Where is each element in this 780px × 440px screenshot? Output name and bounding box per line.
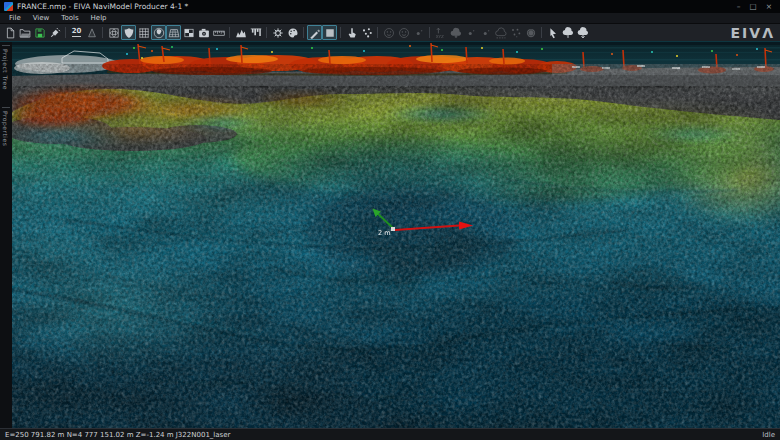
flat-shading-icon — [324, 27, 336, 39]
properties-tab[interactable]: Properties — [2, 107, 10, 149]
toolbar-separator — [340, 27, 341, 38]
new-model-button[interactable] — [2, 25, 17, 40]
surface-model-button[interactable] — [166, 25, 181, 40]
point-blob-icon — [525, 27, 537, 39]
accept-points-button[interactable] — [381, 25, 396, 40]
cloud-select-icon — [495, 27, 507, 39]
app-state-label: Idle — [762, 431, 775, 439]
export-xyz-button[interactable] — [433, 25, 448, 40]
pick-tool-icon — [346, 27, 358, 39]
edit-surface-button[interactable] — [307, 25, 322, 40]
point-cluster-button[interactable] — [508, 25, 523, 40]
toolbar-separator — [303, 27, 304, 38]
menu-file[interactable]: File — [3, 13, 27, 23]
view-3d-button[interactable] — [106, 25, 121, 40]
tin-toggle-icon — [183, 27, 195, 39]
scale-2d-icon: 20 — [72, 28, 82, 37]
toolbar: 20EIVΛ — [0, 24, 780, 41]
restore-button[interactable]: □ — [750, 3, 757, 11]
menu-help[interactable]: Help — [85, 13, 113, 23]
surface-model-icon — [168, 27, 180, 39]
grid-display-icon — [138, 27, 150, 39]
menu-tools[interactable]: Tools — [55, 13, 84, 23]
open-model-button[interactable] — [17, 25, 32, 40]
point-cluster-icon — [510, 27, 522, 39]
process-cloud-button[interactable] — [448, 25, 463, 40]
view-3d-icon — [108, 27, 120, 39]
pointer-tool-icon — [547, 27, 559, 39]
north-marker-button[interactable] — [84, 25, 99, 40]
flat-shading-button[interactable] — [322, 25, 337, 40]
reject-points-button[interactable] — [396, 25, 411, 40]
edit-surface-icon — [309, 27, 321, 39]
point-tool-c-icon — [480, 27, 492, 39]
histogram-view-icon — [250, 27, 262, 39]
snapshot-icon — [198, 27, 210, 39]
world-overview-icon — [153, 27, 165, 39]
cloud-download-button[interactable] — [575, 25, 590, 40]
accept-points-icon — [383, 27, 395, 39]
smooth-shading-icon — [123, 27, 135, 39]
toolbar-separator — [377, 27, 378, 38]
scale-2d-button[interactable]: 20 — [69, 25, 84, 40]
application-window: FRANCE.nmp - EIVA NaviModel Producer 4-1… — [0, 0, 780, 440]
histogram-view-button[interactable] — [248, 25, 263, 40]
coordinate-readout: E=250 791.82 m N=4 777 151.02 m Z=-1.24 … — [5, 431, 230, 439]
settings-button[interactable] — [270, 25, 285, 40]
open-model-icon — [19, 27, 31, 39]
bathymetry-terrain — [12, 64, 780, 428]
online-connect-icon — [49, 27, 61, 39]
point-tool-a-icon — [413, 27, 425, 39]
toolbar-separator — [229, 27, 230, 38]
cloud-upload-button[interactable] — [560, 25, 575, 40]
window-title: FRANCE.nmp - EIVA NaviModel Producer 4-1… — [17, 2, 737, 11]
pointer-tool-button[interactable] — [545, 25, 560, 40]
toolbar-separator — [266, 27, 267, 38]
smooth-shading-button[interactable] — [121, 25, 136, 40]
toolbar-separator — [429, 27, 430, 38]
snapshot-button[interactable] — [196, 25, 211, 40]
new-model-icon — [4, 27, 16, 39]
online-connect-button[interactable] — [47, 25, 62, 40]
world-overview-button[interactable] — [151, 25, 166, 40]
save-model-button[interactable] — [32, 25, 47, 40]
axis-scale-label: 2 m — [378, 229, 391, 237]
profile-view-button[interactable] — [233, 25, 248, 40]
north-marker-icon — [86, 27, 98, 39]
tin-toggle-button[interactable] — [181, 25, 196, 40]
point-tool-a-button[interactable] — [411, 25, 426, 40]
project-tree-tab[interactable]: Project Tree — [2, 45, 10, 93]
cloud-download-icon — [577, 27, 589, 39]
measure-button[interactable] — [211, 25, 226, 40]
menu-view[interactable]: View — [27, 13, 56, 23]
point-tool-c-button[interactable] — [478, 25, 493, 40]
viewport-container: 2 m — [12, 42, 780, 428]
close-button[interactable]: × — [766, 3, 772, 11]
profile-view-icon — [235, 27, 247, 39]
point-select-button[interactable] — [359, 25, 374, 40]
axis-origin — [391, 227, 395, 231]
point-select-icon — [361, 27, 373, 39]
grid-display-button[interactable] — [136, 25, 151, 40]
point-blob-button[interactable] — [523, 25, 538, 40]
toolbar-separator — [541, 27, 542, 38]
point-tool-b-icon — [465, 27, 477, 39]
title-bar: FRANCE.nmp - EIVA NaviModel Producer 4-1… — [0, 0, 780, 13]
settings-icon — [272, 27, 284, 39]
window-controls: – □ × — [737, 3, 777, 11]
color-palette-icon — [287, 27, 299, 39]
3d-viewport[interactable]: 2 m — [12, 42, 780, 428]
eiva-logo: EIVΛ — [731, 24, 775, 41]
process-cloud-icon — [450, 27, 462, 39]
pick-tool-button[interactable] — [344, 25, 359, 40]
save-model-icon — [34, 27, 46, 39]
cloud-upload-icon — [562, 27, 574, 39]
point-tool-b-button[interactable] — [463, 25, 478, 40]
toolbar-separator — [102, 27, 103, 38]
main-area: Project TreeProperties — [0, 41, 780, 428]
app-icon — [4, 2, 13, 11]
reject-points-icon — [398, 27, 410, 39]
cloud-select-button[interactable] — [493, 25, 508, 40]
color-palette-button[interactable] — [285, 25, 300, 40]
minimize-button[interactable]: – — [737, 3, 741, 11]
